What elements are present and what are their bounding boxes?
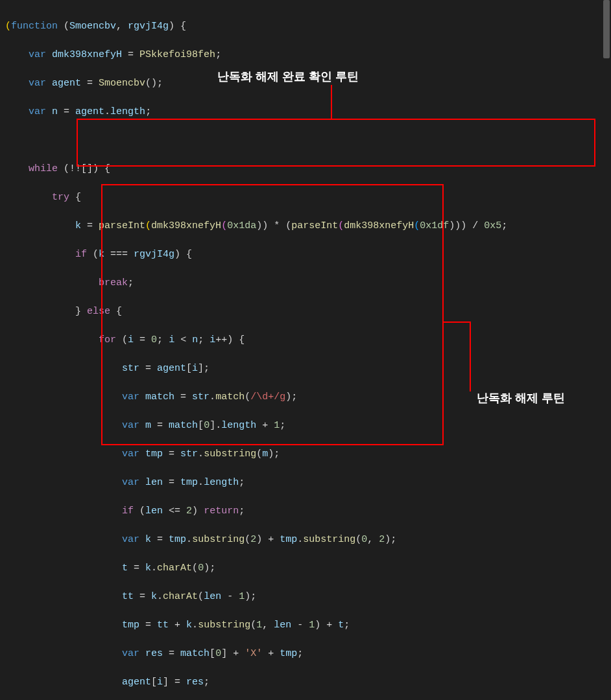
code-line: var tmp = str.substring(m);	[5, 447, 611, 461]
scrollbar-thumb[interactable]	[603, 0, 610, 58]
annotation-label-right: 난독화 해제 루틴	[477, 391, 565, 405]
code-line: (function (Smoencbv, rgvjI4g) {	[5, 19, 611, 34]
code-line: var m = match[0].length + 1;	[5, 419, 611, 433]
code-line: try {	[5, 191, 611, 205]
code-line: } else {	[5, 305, 611, 319]
code-line: var len = tmp.length;	[5, 476, 611, 490]
code-line	[5, 134, 611, 148]
code-line: t = k.charAt(0);	[5, 561, 611, 576]
code-line: while (!![]) {	[5, 162, 611, 176]
code-line: if (len <= 2) return;	[5, 504, 611, 519]
code-line: var res = match[0] + 'X' + tmp;	[5, 647, 611, 661]
code-line: for (i = 0; i < n; i++) {	[5, 333, 611, 347]
code-editor: (function (Smoencbv, rgvjI4g) { var dmk3…	[0, 0, 611, 700]
code-line: str = agent[i];	[5, 362, 611, 376]
code-line: k = parseInt(dmk398xnefyH(0x1da)) * (par…	[5, 219, 611, 233]
code-line: var n = agent.length;	[5, 105, 611, 119]
code-line: tmp = tt + k.substring(1, len - 1) + t;	[5, 618, 611, 633]
code-line: if (k === rgvjI4g) {	[5, 248, 611, 262]
code-line: agent[i] = res;	[5, 675, 611, 690]
code-line: tt = k.charAt(len - 1);	[5, 590, 611, 604]
code-line: var k = tmp.substring(2) + tmp.substring…	[5, 533, 611, 547]
code-line: break;	[5, 276, 611, 290]
annotation-label-top: 난독화 해제 완료 확인 루틴	[217, 69, 359, 84]
code-line: var dmk398xnefyH = PSkkefoi98feh;	[5, 48, 611, 62]
